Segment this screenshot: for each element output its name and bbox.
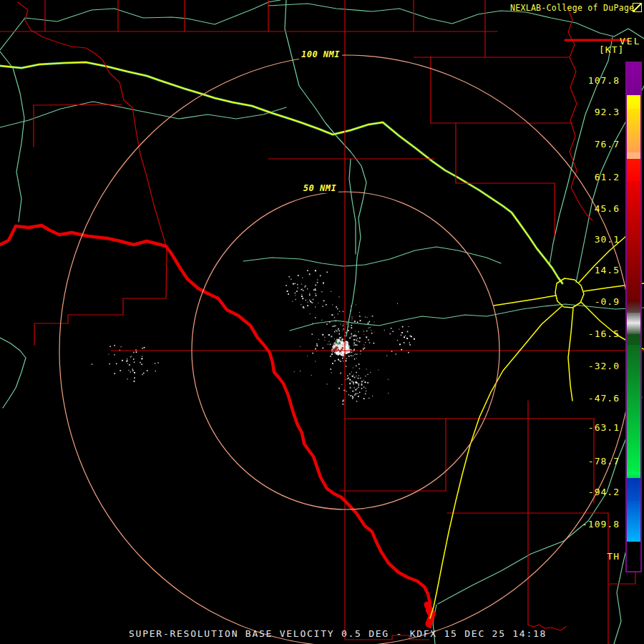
river-line bbox=[0, 338, 26, 408]
colorbar-tick: -47.6 bbox=[570, 393, 620, 404]
colorbar-tick: 76.7 bbox=[570, 139, 620, 150]
river-line bbox=[550, 37, 613, 265]
colorbar-segment bbox=[627, 472, 640, 478]
colorbar-tick: -109.8 bbox=[570, 519, 620, 530]
colorbar-segment bbox=[627, 334, 640, 345]
colorbar-tick: -94.2 bbox=[570, 487, 620, 497]
colorbar-segment bbox=[627, 478, 640, 501]
colorbar-segment bbox=[627, 301, 640, 313]
colorbar-segment bbox=[627, 181, 640, 301]
highway-line bbox=[430, 306, 562, 618]
river-line bbox=[0, 0, 280, 50]
county-line bbox=[34, 248, 167, 345]
brand-text: NEXLAB-College of DuPage bbox=[510, 3, 634, 13]
colorbar-segment bbox=[627, 159, 640, 181]
colorbar-tick: 92.3 bbox=[570, 107, 620, 117]
colorbar-segment bbox=[627, 152, 640, 159]
range-ring-label: 100 NMI bbox=[299, 49, 342, 59]
highway-line bbox=[568, 308, 573, 401]
velocity-echoes bbox=[92, 270, 415, 404]
highway-line bbox=[0, 62, 562, 283]
river-line bbox=[349, 159, 356, 254]
colorbar-tick: TH bbox=[570, 551, 620, 562]
colorbar-tick: -78.7 bbox=[570, 456, 620, 467]
river-line bbox=[0, 52, 24, 222]
colorbar-tick: 107.8 bbox=[570, 75, 620, 86]
colorbar-segment bbox=[627, 109, 640, 152]
colorbar-segment bbox=[627, 313, 640, 323]
colorbar-segment bbox=[627, 501, 640, 542]
cod-logo-icon bbox=[633, 3, 642, 12]
range-ring-label: 50 NMI bbox=[301, 183, 338, 193]
colorbar-segment bbox=[627, 95, 640, 109]
colorbar-segment bbox=[627, 542, 640, 571]
colorbar-tick: 61.2 bbox=[570, 172, 620, 182]
radar-viewer: NEXLAB-College of DuPage VEL [KT] 107.89… bbox=[0, 0, 644, 644]
colorbar-tick: 30.1 bbox=[570, 234, 620, 245]
colorbar-tick: -0.9 bbox=[570, 296, 620, 307]
county-line bbox=[18, 2, 167, 248]
river-line bbox=[290, 304, 644, 331]
colorbar-segment bbox=[627, 323, 640, 334]
rio-grande-border bbox=[0, 225, 431, 627]
colorbar-segment bbox=[627, 345, 640, 472]
velocity-colorbar bbox=[625, 62, 642, 572]
highway-under bbox=[0, 62, 562, 283]
highway-line bbox=[494, 296, 556, 306]
radar-map-canvas bbox=[0, 0, 644, 644]
colorbar-tick: 45.6 bbox=[570, 203, 620, 214]
colorbar-tick: -63.1 bbox=[570, 422, 620, 433]
product-title: SUPER-RESOLUTION BASE VELOCITY 0.5 DEG -… bbox=[129, 628, 547, 639]
river-line bbox=[243, 247, 501, 266]
colorbar-tick: -32.0 bbox=[570, 361, 620, 371]
colorbar-tick: 14.5 bbox=[570, 265, 620, 275]
colorbar-tick: -16.5 bbox=[570, 328, 620, 339]
colorbar-units: [KT] bbox=[599, 44, 624, 55]
colorbar-segment bbox=[627, 63, 640, 95]
